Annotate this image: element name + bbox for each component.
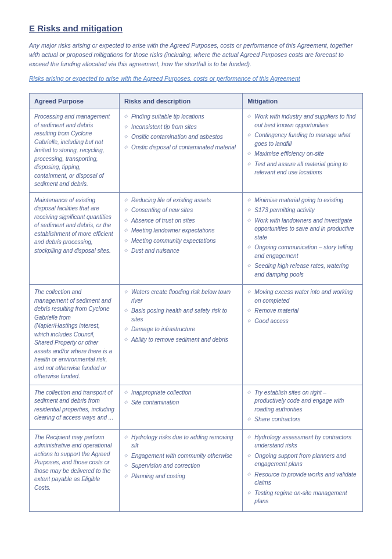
risk-item: Meeting community expectations [124, 237, 238, 246]
risk-item: Consenting of new sites [124, 206, 238, 215]
table-row: The collection and management of sedimen… [30, 285, 363, 385]
mitigation-item: Seeding high release rates, watering and… [247, 262, 358, 279]
mitigation-item: Remove material [247, 307, 358, 316]
risk-item: Supervision and correction [124, 462, 238, 471]
header-mitigation: Mitigation [243, 94, 363, 109]
table-row: The Recipient may perform administrative… [30, 429, 363, 511]
mitigation-item: Ongoing communication – story telling an… [247, 243, 358, 260]
cell-mitigation: Moving excess water into and working on … [243, 285, 363, 385]
risk-item: Engagement with community otherwise [124, 452, 238, 461]
mitigation-item: S173 permitting activity [247, 206, 358, 215]
mitigation-item: Try establish sites on right – productiv… [247, 389, 358, 414]
header-risks: Risks and description [119, 94, 242, 109]
cell-purpose: Maintenance of existing disposal facilit… [30, 192, 120, 285]
risk-item: Onsitic contamination and asbestos [124, 133, 238, 142]
risk-item: Ability to remove sediment and debris [124, 336, 238, 345]
risk-item: Hydrology risks due to adding removing s… [124, 433, 238, 450]
header-purpose: Agreed Purpose [30, 94, 120, 109]
risk-item: Site contamination [124, 399, 238, 407]
cell-risks: Inappropriate collectionSite contaminati… [119, 385, 242, 429]
risk-item: Inappropriate collection [124, 389, 238, 397]
mitigation-item: Share contractors [247, 415, 358, 424]
risk-item: Damage to infrastructure [124, 325, 238, 334]
cell-mitigation: Minimise material going to existingS173 … [243, 192, 363, 285]
mitigation-item: Test and assure all material going to re… [247, 160, 358, 177]
cell-purpose: The Recipient may perform administrative… [30, 429, 120, 511]
table-row: The collection and transport of sediment… [30, 385, 363, 429]
risk-item: Dust and nuisance [124, 247, 238, 256]
risks-table: Agreed Purpose Risks and description Mit… [29, 93, 363, 512]
risk-item: Basis posing health and safety risk to s… [124, 307, 238, 324]
mitigation-item: Resource to provide works and validate c… [247, 471, 358, 488]
risk-item: Onstic disposal of contaminated material [124, 144, 238, 152]
table-row: Processing and management of sediment an… [30, 109, 363, 193]
risk-item: Planning and costing [124, 472, 238, 481]
mitigation-item: Ongoing support from planners and engage… [247, 452, 358, 469]
mitigation-item: Moving excess water into and working on … [247, 288, 358, 305]
mitigation-item: Testing regime on-site management plans [247, 489, 358, 506]
risk-item: Inconsistent tip from sites [124, 123, 238, 132]
mitigation-item: Work with landowners and investigate opp… [247, 217, 358, 242]
risk-item: Meeting landowner expectations [124, 227, 238, 235]
mitigation-item: Good access [247, 317, 358, 326]
mitigation-item: Work with industry and suppliers to find… [247, 113, 358, 130]
section-title: E Risks and mitigation [29, 23, 363, 33]
risk-item: Reducing life of existing assets [124, 196, 238, 205]
risk-item: Waters create flooding risk below town r… [124, 288, 238, 305]
cell-mitigation: Try establish sites on right – productiv… [243, 385, 363, 429]
intro-paragraph: Any major risks arising or expected to a… [29, 41, 363, 69]
mitigation-item: Contingency funding to manage what goes … [247, 131, 358, 148]
mitigation-item: Minimise material going to existing [247, 196, 358, 205]
mitigation-item: Hydrology assessment by contractors unde… [247, 433, 358, 450]
cell-purpose: Processing and management of sediment an… [30, 109, 120, 193]
cell-risks: Waters create flooding risk below town r… [119, 285, 242, 385]
cell-purpose: The collection and transport of sediment… [30, 385, 120, 429]
table-row: Maintenance of existing disposal facilit… [30, 192, 363, 285]
cell-purpose: The collection and management of sedimen… [30, 285, 120, 385]
cell-risks: Reducing life of existing assetsConsenti… [119, 192, 242, 285]
cell-risks: Hydrology risks due to adding removing s… [119, 429, 242, 511]
cell-mitigation: Work with industry and suppliers to find… [243, 109, 363, 193]
risk-item: Absence of trust on sites [124, 217, 238, 225]
cell-mitigation: Hydrology assessment by contractors unde… [243, 429, 363, 511]
risk-item: Finding suitable tip locations [124, 113, 238, 121]
mitigation-item: Maximise efficiency on-site [247, 150, 358, 159]
cell-risks: Finding suitable tip locationsInconsiste… [119, 109, 242, 193]
agreement-link[interactable]: Risks arising or expected to arise with … [29, 74, 363, 84]
